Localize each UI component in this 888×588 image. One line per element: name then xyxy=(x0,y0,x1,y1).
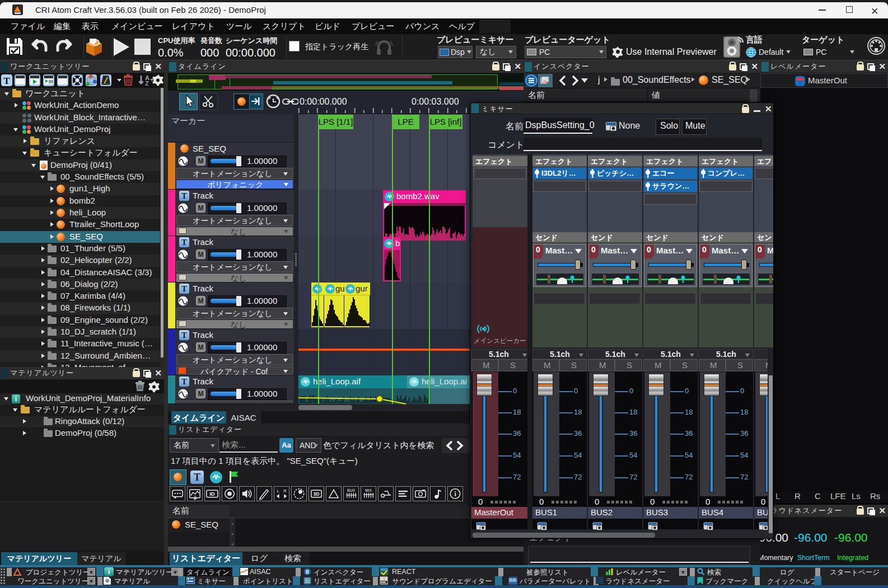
svg-text:L: L xyxy=(277,488,280,493)
svg-text:i: i xyxy=(454,491,456,497)
svg-text:ID: ID xyxy=(209,491,215,497)
svg-text:Z: Z xyxy=(145,80,149,87)
svg-text:MIX: MIX xyxy=(365,488,372,492)
svg-text:T: T xyxy=(3,76,10,86)
svg-text:3D: 3D xyxy=(313,491,319,497)
svg-text:BUS: BUS xyxy=(347,488,355,492)
svg-text:R: R xyxy=(283,488,287,493)
